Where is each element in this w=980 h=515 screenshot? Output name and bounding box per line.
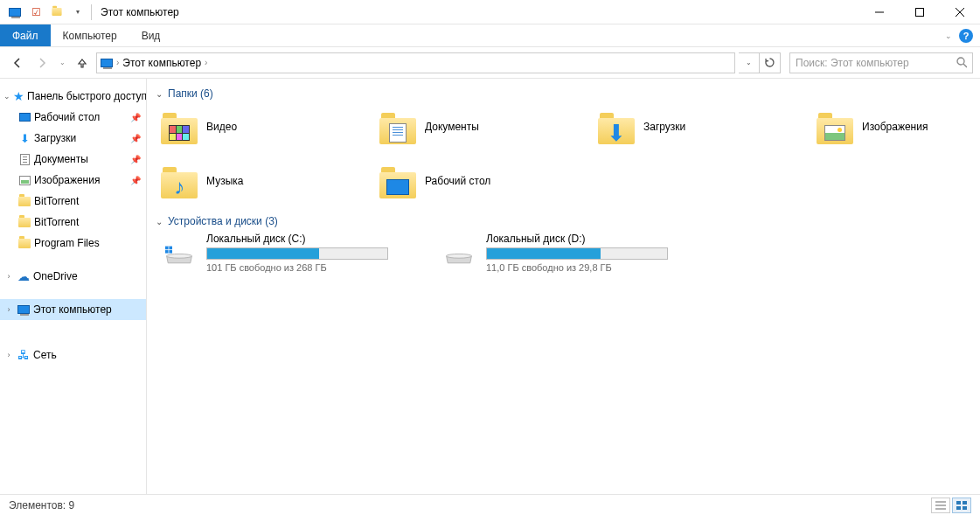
chevron-right-icon[interactable]: ›: [3, 272, 14, 281]
folder-item[interactable]: Рабочий стол: [379, 159, 598, 203]
drive-usage-bar: [486, 247, 668, 260]
chevron-down-icon[interactable]: ⌄: [156, 217, 163, 226]
chevron-right-icon[interactable]: ›: [3, 305, 14, 314]
title-bar: ☑ ▾ Этот компьютер: [0, 0, 980, 24]
close-button[interactable]: [940, 0, 980, 24]
desktop-icon: [386, 178, 409, 196]
chevron-down-icon[interactable]: ⌄: [3, 92, 10, 101]
tree-item-folder[interactable]: Program Files: [0, 233, 146, 254]
chevron-right-icon[interactable]: ›: [3, 351, 14, 359]
search-input[interactable]: [796, 57, 956, 69]
drive-item[interactable]: Локальный диск (C:)101 ГБ свободно из 26…: [161, 233, 388, 273]
drive-free-text: 11,0 ГБ свободно из 29,8 ГБ: [486, 262, 668, 273]
qat-dropdown-icon[interactable]: ▾: [68, 3, 87, 22]
star-icon: ★: [13, 89, 24, 103]
drive-free-text: 101 ГБ свободно из 268 ГБ: [206, 262, 388, 273]
recent-dropdown-icon[interactable]: ⌄: [56, 52, 68, 73]
svg-rect-14: [956, 501, 961, 505]
address-dropdown-icon[interactable]: ⌄: [739, 52, 760, 73]
folder-icon: [379, 164, 418, 198]
folder-icon: [17, 236, 31, 250]
qat-new-folder-icon[interactable]: [47, 3, 66, 22]
download-icon: ⬇: [17, 131, 31, 145]
address-bar[interactable]: › Этот компьютер ›: [96, 52, 735, 73]
folder-icon: ♪: [161, 164, 199, 198]
tree-label: Рабочий стол: [34, 111, 100, 123]
refresh-button[interactable]: [760, 52, 781, 73]
folder-item[interactable]: Изображения: [817, 105, 980, 149]
tree-quick-access[interactable]: ⌄ ★ Панель быстрого доступа: [0, 86, 146, 107]
breadcrumb-separator: ›: [116, 58, 119, 67]
chevron-down-icon[interactable]: ⌄: [156, 89, 163, 99]
svg-point-9: [167, 254, 192, 258]
video-icon: [168, 124, 191, 142]
folder-item[interactable]: Документы: [379, 105, 598, 149]
tree-label: BitTorrent: [34, 216, 79, 228]
svg-line-5: [963, 64, 967, 67]
tree-label: Program Files: [34, 237, 100, 249]
address-pc-icon: [101, 59, 113, 67]
tree-label: BitTorrent: [34, 195, 79, 207]
tree-item-folder[interactable]: BitTorrent: [0, 212, 146, 233]
svg-point-10: [447, 254, 472, 258]
content-area: ⌄ Папки (6) ВидеоДокументы⬇ЗагрузкиИзобр…: [147, 79, 980, 494]
pin-icon: 📌: [130, 113, 141, 122]
minimize-button[interactable]: [859, 0, 900, 24]
navigation-tree: ⌄ ★ Панель быстрого доступа Рабочий стол…: [0, 79, 147, 494]
tree-item-documents[interactable]: Документы 📌: [0, 149, 146, 170]
svg-rect-15: [963, 501, 967, 505]
folder-icon: [17, 215, 31, 229]
tree-item-downloads[interactable]: ⬇ Загрузки 📌: [0, 128, 146, 149]
drive-item[interactable]: Локальный диск (D:)11,0 ГБ свободно из 2…: [441, 233, 668, 273]
folder-icon: ⬇: [598, 109, 636, 144]
ribbon-expand-icon[interactable]: ⌄: [945, 31, 952, 40]
tree-label: Этот компьютер: [33, 303, 112, 316]
help-icon[interactable]: ?: [959, 29, 973, 43]
search-box[interactable]: [789, 52, 973, 73]
tree-this-pc[interactable]: › Этот компьютер: [0, 299, 146, 320]
tree-item-pictures[interactable]: Изображения 📌: [0, 170, 146, 191]
folder-label: Документы: [425, 121, 479, 133]
group-header-drives[interactable]: ⌄ Устройства и диски (3): [156, 215, 980, 227]
tree-item-folder[interactable]: BitTorrent: [0, 191, 146, 212]
folder-label: Загрузки: [643, 121, 685, 133]
folder-icon: [817, 109, 855, 144]
tab-view[interactable]: Вид: [129, 24, 173, 46]
tree-onedrive[interactable]: › ☁ OneDrive: [0, 266, 146, 287]
view-details-button[interactable]: [931, 498, 950, 513]
drive-name: Локальный диск (D:): [486, 233, 668, 245]
tree-label: Сеть: [33, 349, 57, 361]
folder-item[interactable]: Видео: [161, 105, 379, 149]
music-icon: ♪: [168, 178, 191, 196]
tree-item-desktop[interactable]: Рабочий стол 📌: [0, 107, 146, 128]
folder-label: Видео: [206, 121, 237, 133]
tree-label: Панель быстрого доступа: [27, 90, 147, 102]
document-icon: [17, 152, 31, 166]
pc-icon: [17, 303, 31, 317]
doc-icon: [386, 124, 409, 142]
back-button[interactable]: [7, 52, 28, 73]
forward-button[interactable]: [31, 52, 52, 73]
folder-item[interactable]: ⬇Загрузки: [598, 105, 817, 149]
view-large-icons-button[interactable]: [952, 498, 971, 513]
folder-icon: [161, 109, 199, 144]
maximize-button[interactable]: [900, 0, 940, 24]
svg-rect-17: [963, 506, 967, 510]
svg-point-4: [957, 58, 964, 65]
qat-properties-icon[interactable]: ☑: [26, 3, 45, 22]
group-header-folders[interactable]: ⌄ Папки (6): [156, 87, 980, 100]
folder-item[interactable]: ♪Музыка: [161, 159, 379, 203]
up-button[interactable]: [72, 52, 93, 73]
group-title: Устройства и диски (3): [168, 215, 278, 227]
drive-name: Локальный диск (C:): [206, 233, 388, 245]
file-tab[interactable]: Файл: [0, 24, 51, 46]
tab-computer[interactable]: Компьютер: [51, 24, 129, 46]
breadcrumb[interactable]: Этот компьютер: [122, 57, 201, 69]
picture-icon: [17, 173, 31, 187]
tree-network[interactable]: › 🖧 Сеть: [0, 344, 146, 365]
status-bar: Элементов: 9: [0, 494, 980, 515]
svg-rect-16: [956, 506, 961, 510]
navigation-bar: ⌄ › Этот компьютер › ⌄: [0, 47, 980, 79]
folder-label: Изображения: [862, 121, 928, 133]
breadcrumb-separator: ›: [205, 58, 207, 67]
